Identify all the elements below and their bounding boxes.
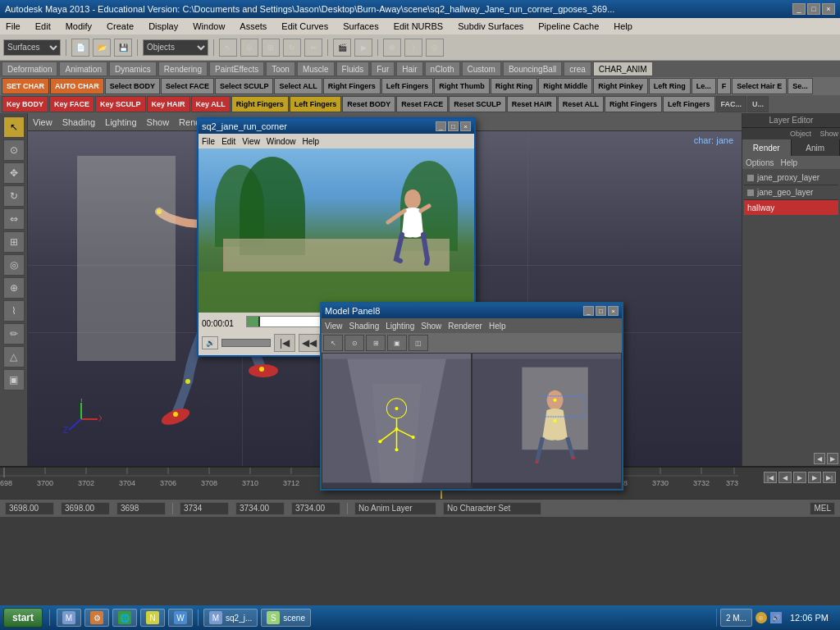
set-char-btn[interactable]: SET CHAR	[2, 78, 49, 94]
left-fingers2-btn[interactable]: Left Fingers	[290, 96, 342, 112]
right-fingers3-btn[interactable]: Right Fingers	[605, 96, 662, 112]
tab-toon[interactable]: Toon	[266, 62, 295, 76]
cloth-tool[interactable]: ▣	[3, 369, 25, 390]
le-btn[interactable]: Le...	[692, 78, 716, 94]
select-face-btn[interactable]: Select FACE	[161, 78, 214, 94]
volume-icon[interactable]: 🔊	[202, 336, 218, 349]
snap-grid-btn[interactable]: ⊕	[383, 39, 401, 57]
status-mode[interactable]: MEL	[810, 502, 835, 515]
tab-bouncingball[interactable]: BouncingBall	[503, 62, 562, 76]
select-body-btn[interactable]: Select BODY	[105, 78, 160, 94]
reset-all-btn[interactable]: Reset ALL	[558, 96, 604, 112]
key-face-btn[interactable]: Key FACE	[49, 96, 94, 112]
tab-char-anim[interactable]: CHAR_ANIM	[593, 62, 653, 76]
model-left-viewport[interactable]	[322, 353, 472, 489]
tab-ncloth[interactable]: nCloth	[425, 62, 460, 76]
menu-edit[interactable]: Edit	[33, 21, 53, 32]
volume-slider[interactable]	[221, 339, 271, 347]
rotate-btn[interactable]: ↻	[283, 39, 301, 57]
start-button[interactable]: start	[3, 608, 43, 628]
menu-assets[interactable]: Assets	[237, 21, 269, 32]
lasso-tool[interactable]: ⌇	[3, 300, 25, 322]
f-btn[interactable]: F	[717, 78, 732, 94]
menu-pipeline[interactable]: Pipeline Cache	[536, 21, 601, 32]
maximize-button[interactable]: □	[807, 3, 820, 15]
tab-muscle[interactable]: Muscle	[297, 62, 335, 76]
right-fingers2-btn[interactable]: Right Fingers	[231, 96, 289, 112]
model-btn-3[interactable]: ⊞	[366, 335, 386, 351]
auto-char-btn[interactable]: AUTO CHAR	[50, 78, 104, 94]
minimize-button[interactable]: _	[792, 3, 806, 15]
video-menu-view[interactable]: View	[242, 137, 260, 146]
video-menu-file[interactable]: File	[202, 137, 215, 146]
status-anim-layer[interactable]: No Anim Layer	[354, 502, 436, 515]
reset-sculp-btn[interactable]: Reset SCULP	[449, 96, 506, 112]
save-file-btn[interactable]: 💾	[114, 39, 132, 57]
left-fingers3-btn[interactable]: Left Fingers	[663, 96, 715, 112]
timeline-play[interactable]: ▶	[793, 472, 806, 483]
transform-btn[interactable]: ⊞	[262, 39, 280, 57]
model-btn-2[interactable]: ⊙	[345, 335, 364, 351]
key-body-btn[interactable]: Key BODY	[2, 96, 48, 112]
menu-surfaces[interactable]: Surfaces	[340, 21, 381, 32]
right-ring-btn[interactable]: Right Ring	[491, 78, 538, 94]
mem-indicator[interactable]: 2 M...	[720, 609, 752, 627]
reset-body-btn[interactable]: Reset BODY	[342, 96, 395, 112]
timeline-prev[interactable]: ◀	[778, 472, 792, 483]
video-maximize-btn[interactable]: □	[448, 121, 459, 131]
select-tool[interactable]: ↖	[3, 116, 25, 138]
model-btn-4[interactable]: ▣	[387, 335, 407, 351]
layer-item-proxy[interactable]: jane_proxy_layer	[744, 171, 838, 185]
status-char-set[interactable]: No Character Set	[443, 502, 541, 515]
left-fingers-btn[interactable]: Left Fingers	[381, 78, 434, 94]
viewport-menu-show[interactable]: Show	[147, 117, 170, 127]
model-close-btn[interactable]: ×	[608, 306, 619, 316]
maya-window-item[interactable]: M sq2_j...	[203, 609, 258, 627]
video-close-btn[interactable]: ×	[460, 121, 471, 131]
video-minimize-btn[interactable]: _	[436, 121, 446, 131]
rewind-begin-btn[interactable]: |◀	[274, 334, 295, 352]
menu-edit-curves[interactable]: Edit Curves	[279, 21, 331, 32]
viewport-menu-view[interactable]: View	[33, 117, 52, 127]
menu-edit-nurbs[interactable]: Edit NURBS	[391, 21, 446, 32]
key-hair-btn[interactable]: Key HAIR	[147, 96, 190, 112]
sculpt-tool[interactable]: △	[3, 346, 25, 368]
select-tool-btn[interactable]: ↖	[219, 39, 237, 57]
reset-face-btn[interactable]: Reset FACE	[396, 96, 448, 112]
menu-create[interactable]: Create	[104, 21, 136, 32]
taskbar-icon-3[interactable]: 🌐	[112, 609, 137, 627]
scroll-up-btn[interactable]: ◀	[814, 453, 825, 464]
ipr-btn[interactable]: ▶	[354, 39, 372, 57]
tab-animation[interactable]: Animation	[59, 62, 107, 76]
snap-point-btn[interactable]: ◎	[426, 39, 444, 57]
model-title-bar[interactable]: Model Panel8 _ □ ×	[322, 304, 622, 318]
model-right-viewport[interactable]	[472, 353, 622, 489]
model-menu-shading[interactable]: Shading	[349, 322, 380, 331]
timeline-next[interactable]: ▶	[808, 472, 821, 483]
model-maximize-btn[interactable]: □	[596, 306, 606, 316]
rotate-tool[interactable]: ↻	[3, 185, 25, 207]
right-thumb-btn[interactable]: Right Thumb	[434, 78, 490, 94]
menu-file[interactable]: File	[3, 21, 23, 32]
video-title-bar[interactable]: sq2_jane_run_corner _ □ ×	[199, 119, 474, 134]
right-fingers-btn[interactable]: Right Fingers	[323, 78, 381, 94]
objects-dropdown[interactable]: Objects	[143, 39, 208, 56]
lasso-tool-btn[interactable]: ⊙	[240, 39, 258, 57]
tab-hair[interactable]: Hair	[396, 62, 422, 76]
options-label[interactable]: Options	[746, 158, 774, 167]
tab-crea[interactable]: crea	[564, 62, 591, 76]
menu-help[interactable]: Help	[611, 21, 635, 32]
right-middle-btn[interactable]: Right Middle	[538, 78, 592, 94]
paint-select-tool[interactable]: ⊙	[3, 139, 25, 161]
tab-fur[interactable]: Fur	[371, 62, 395, 76]
scene-window-item[interactable]: S scene	[261, 609, 311, 627]
close-button[interactable]: ×	[822, 3, 835, 15]
fac-btn[interactable]: FAC...	[716, 96, 747, 112]
move-tool[interactable]: ✥	[3, 162, 25, 184]
taskbar-icon-2[interactable]: ⚙	[84, 609, 109, 627]
select-sculp-btn[interactable]: Select SCULP	[215, 78, 274, 94]
viewport-menu-shading[interactable]: Shading	[62, 117, 95, 127]
scroll-down-btn[interactable]: ▶	[827, 453, 838, 464]
tab-fluids[interactable]: Fluids	[336, 62, 370, 76]
soft-mod-tool[interactable]: ◎	[3, 254, 25, 276]
